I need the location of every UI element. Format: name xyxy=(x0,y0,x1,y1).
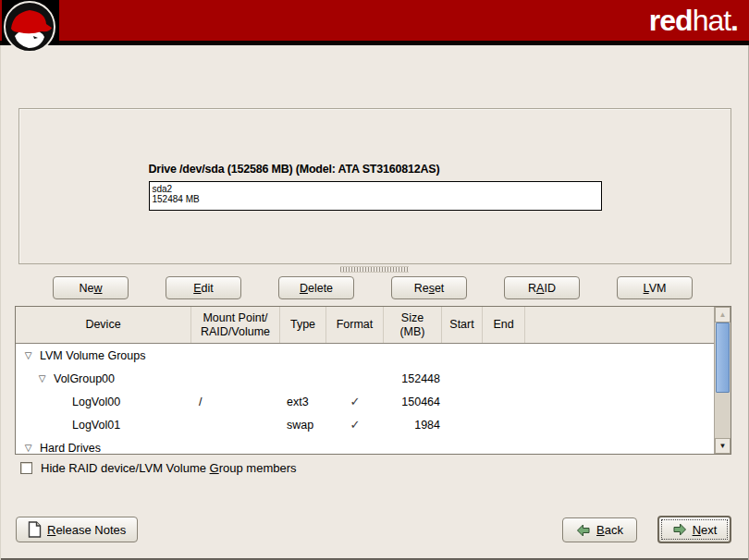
table-row-hard-drives[interactable]: ▽Hard Drives xyxy=(16,436,714,454)
redhat-shadowman-icon xyxy=(3,1,56,55)
type-cell: swap xyxy=(280,419,326,432)
table-row-volgroup00[interactable]: ▽VolGroup00 152448 xyxy=(16,367,714,390)
table-vertical-scrollbar[interactable]: ▲ ▼ xyxy=(714,307,731,454)
device-label: Hard Drives xyxy=(40,442,101,455)
partition-tree-table: Device Mount Point/RAID/Volume Type Form… xyxy=(15,306,731,455)
partition-toolbar: New Edit Delete Reset RAID LVM xyxy=(53,276,693,299)
release-notes-button[interactable]: Release Notes xyxy=(16,517,138,542)
wordmark-red: red xyxy=(649,4,693,37)
size-cell: 1984 xyxy=(384,419,442,432)
header-spacer xyxy=(525,307,714,343)
header-mount-point[interactable]: Mount Point/RAID/Volume xyxy=(191,307,280,343)
scroll-up-icon[interactable]: ▲ xyxy=(715,307,731,323)
new-button[interactable]: New xyxy=(53,276,129,299)
mount-cell: / xyxy=(191,396,280,408)
back-arrow-icon xyxy=(576,523,591,538)
device-label: VolGroup00 xyxy=(54,372,115,385)
next-arrow-icon xyxy=(672,522,687,537)
table-row-lvm-volume-groups[interactable]: ▽LVM Volume Groups xyxy=(16,344,714,367)
hide-members-row[interactable]: Hide RAID device/LVM Volume Group member… xyxy=(20,461,297,475)
drive-visualization-panel: Drive /dev/sda (152586 MB) (Model: ATA S… xyxy=(18,108,731,264)
pane-resize-handle[interactable] xyxy=(340,266,409,273)
lvm-button[interactable]: LVM xyxy=(617,276,693,299)
back-label: Back xyxy=(596,523,623,537)
wordmark-period: . xyxy=(731,4,738,37)
scroll-down-icon[interactable]: ▼ xyxy=(715,438,731,454)
partition-block-sda2[interactable]: sda2 152484 MB xyxy=(149,181,602,211)
next-label: Next xyxy=(693,523,718,537)
header-size[interactable]: Size(MB) xyxy=(384,307,442,343)
expander-icon[interactable]: ▽ xyxy=(22,350,34,360)
format-checkmark-icon: ✓ xyxy=(326,418,384,432)
drive-title: Drive /dev/sda (152586 MB) (Model: ATA S… xyxy=(149,163,602,176)
scrollbar-thumb[interactable] xyxy=(716,323,730,393)
table-row-logvol01[interactable]: LogVol01 swap ✓ 1984 xyxy=(16,413,714,436)
device-label: LogVol00 xyxy=(72,396,120,408)
top-banner xyxy=(0,0,749,41)
header-format[interactable]: Format xyxy=(326,307,384,343)
device-label: LogVol01 xyxy=(72,419,120,432)
size-cell: 152448 xyxy=(384,372,442,385)
redhat-wordmark: redhat. xyxy=(649,4,738,38)
drive-visualization-content: Drive /dev/sda (152586 MB) (Model: ATA S… xyxy=(149,163,602,211)
hide-members-checkbox[interactable] xyxy=(20,462,32,474)
format-checkmark-icon: ✓ xyxy=(326,395,384,408)
next-button[interactable]: Next xyxy=(657,516,731,543)
wordmark-hat: hat xyxy=(693,4,731,37)
partition-name: sda2 xyxy=(153,184,598,194)
table-header-row: Device Mount Point/RAID/Volume Type Form… xyxy=(16,307,714,344)
raid-button[interactable]: RAID xyxy=(504,276,580,299)
document-icon xyxy=(28,521,42,538)
reset-button[interactable]: Reset xyxy=(391,276,467,299)
release-notes-label: Release Notes xyxy=(47,523,126,537)
device-label: LVM Volume Groups xyxy=(40,349,145,362)
header-start[interactable]: Start xyxy=(442,307,483,343)
header-device[interactable]: Device xyxy=(16,307,191,343)
header-end[interactable]: End xyxy=(483,307,525,343)
delete-button[interactable]: Delete xyxy=(278,276,354,299)
type-cell: ext3 xyxy=(280,396,326,408)
expander-icon[interactable]: ▽ xyxy=(22,443,34,453)
expander-icon[interactable]: ▽ xyxy=(36,373,48,383)
header-type[interactable]: Type xyxy=(280,307,326,343)
edit-button[interactable]: Edit xyxy=(166,276,241,299)
partition-size: 152484 MB xyxy=(153,194,598,204)
back-button[interactable]: Back xyxy=(562,517,637,542)
banner-divider xyxy=(0,41,749,45)
table-row-logvol00[interactable]: LogVol00 / ext3 ✓ 150464 xyxy=(16,390,714,413)
anaconda-installer-window: redhat. Drive /dev/sda (152586 MB) (Mode… xyxy=(0,0,749,560)
hide-members-label: Hide RAID device/LVM Volume Group member… xyxy=(41,461,297,475)
table-body: ▽LVM Volume Groups ▽VolGroup00 152448 xyxy=(16,344,714,454)
size-cell: 150464 xyxy=(384,396,442,408)
